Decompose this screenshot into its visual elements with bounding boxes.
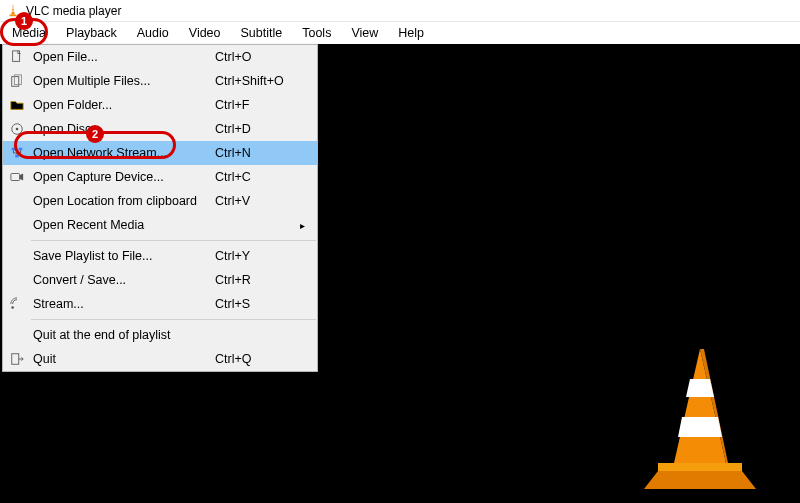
menu-item-label: Open Disc... xyxy=(31,122,215,136)
menu-item-label: Open Network Stream... xyxy=(31,146,215,160)
submenu-arrow-icon: ▸ xyxy=(295,220,309,231)
menu-item-save-playlist-to-file[interactable]: Save Playlist to File...Ctrl+Y xyxy=(3,244,317,268)
menu-item-open-network-stream[interactable]: Open Network Stream...Ctrl+N xyxy=(3,141,317,165)
svg-marker-5 xyxy=(644,471,756,489)
svg-marker-9 xyxy=(686,379,714,397)
menu-item-shortcut: Ctrl+R xyxy=(215,273,295,287)
svg-rect-2 xyxy=(12,7,14,8)
svg-point-15 xyxy=(16,128,19,131)
svg-rect-3 xyxy=(11,10,15,11)
menu-item-shortcut: Ctrl+F xyxy=(215,98,295,112)
network-icon xyxy=(3,146,31,160)
menu-item-open-recent-media[interactable]: Open Recent Media▸ xyxy=(3,213,317,237)
menu-item-open-location-from-clipboard[interactable]: Open Location from clipboardCtrl+V xyxy=(3,189,317,213)
menu-audio[interactable]: Audio xyxy=(127,24,179,42)
menu-item-open-capture-device[interactable]: Open Capture Device...Ctrl+C xyxy=(3,165,317,189)
file-icon xyxy=(3,50,31,64)
menu-item-stream[interactable]: Stream...Ctrl+S xyxy=(3,292,317,316)
menu-help[interactable]: Help xyxy=(388,24,434,42)
menu-item-label: Save Playlist to File... xyxy=(31,249,215,263)
svg-marker-20 xyxy=(20,174,24,181)
menu-tools-label: Tools xyxy=(302,26,331,40)
svg-rect-11 xyxy=(13,51,20,62)
title-bar: VLC media player xyxy=(0,0,800,22)
menu-media[interactable]: Media xyxy=(2,24,56,42)
svg-marker-10 xyxy=(678,417,722,437)
svg-marker-7 xyxy=(674,349,726,463)
quit-icon xyxy=(3,352,31,366)
menu-view[interactable]: View xyxy=(341,24,388,42)
menu-item-label: Open Multiple Files... xyxy=(31,74,215,88)
menu-view-label: View xyxy=(351,26,378,40)
menu-item-shortcut: Ctrl+Q xyxy=(215,352,295,366)
menu-bar: Media Playback Audio Video Subtitle Tool… xyxy=(0,22,800,44)
menu-item-label: Open File... xyxy=(31,50,215,64)
menu-item-shortcut: Ctrl+S xyxy=(215,297,295,311)
menu-item-shortcut: Ctrl+D xyxy=(215,122,295,136)
vlc-logo-icon xyxy=(630,343,770,493)
menu-item-label: Convert / Save... xyxy=(31,273,215,287)
menu-playback[interactable]: Playback xyxy=(56,24,127,42)
menu-item-open-disc[interactable]: Open Disc...Ctrl+D xyxy=(3,117,317,141)
menu-item-quit[interactable]: QuitCtrl+Q xyxy=(3,347,317,371)
svg-rect-17 xyxy=(19,148,23,151)
svg-rect-16 xyxy=(12,148,16,151)
menu-item-label: Open Folder... xyxy=(31,98,215,112)
disc-icon xyxy=(3,122,31,136)
menu-item-shortcut: Ctrl+C xyxy=(215,170,295,184)
capture-icon xyxy=(3,170,31,184)
menu-separator xyxy=(31,319,316,320)
app-window: VLC media player Media Playback Audio Vi… xyxy=(0,0,800,503)
menu-item-label: Open Location from clipboard xyxy=(31,194,215,208)
menu-item-open-file[interactable]: Open File...Ctrl+O xyxy=(3,45,317,69)
menu-subtitle-label: Subtitle xyxy=(241,26,283,40)
menu-item-shortcut: Ctrl+N xyxy=(215,146,295,160)
window-title: VLC media player xyxy=(26,4,121,18)
menu-item-quit-at-the-end-of-playlist[interactable]: Quit at the end of playlist xyxy=(3,323,317,347)
menu-audio-label: Audio xyxy=(137,26,169,40)
menu-item-shortcut: Ctrl+Shift+O xyxy=(215,74,295,88)
vlc-cone-icon xyxy=(6,4,20,18)
menu-item-label: Open Capture Device... xyxy=(31,170,215,184)
folder-icon xyxy=(3,98,31,112)
menu-item-shortcut: Ctrl+O xyxy=(215,50,295,64)
menu-item-shortcut: Ctrl+Y xyxy=(215,249,295,263)
svg-rect-19 xyxy=(11,174,20,181)
media-menu-dropdown: Open File...Ctrl+OOpen Multiple Files...… xyxy=(2,44,318,372)
menu-item-label: Quit at the end of playlist xyxy=(31,328,215,342)
menu-video[interactable]: Video xyxy=(179,24,231,42)
menu-tools[interactable]: Tools xyxy=(292,24,341,42)
svg-marker-6 xyxy=(658,463,742,471)
menu-item-label: Quit xyxy=(31,352,215,366)
svg-rect-18 xyxy=(15,155,19,158)
stream-icon xyxy=(3,297,31,311)
menu-separator xyxy=(31,240,316,241)
menu-item-label: Stream... xyxy=(31,297,215,311)
menu-help-label: Help xyxy=(398,26,424,40)
menu-item-shortcut: Ctrl+V xyxy=(215,194,295,208)
svg-rect-22 xyxy=(12,354,19,365)
menu-item-open-folder[interactable]: Open Folder...Ctrl+F xyxy=(3,93,317,117)
menu-video-label: Video xyxy=(189,26,221,40)
menu-item-label: Open Recent Media xyxy=(31,218,215,232)
svg-marker-0 xyxy=(11,4,15,15)
menu-subtitle[interactable]: Subtitle xyxy=(231,24,293,42)
files-icon xyxy=(3,74,31,88)
svg-rect-1 xyxy=(10,14,17,16)
menu-playback-label: Playback xyxy=(66,26,117,40)
svg-point-21 xyxy=(11,306,14,309)
menu-item-convert-save[interactable]: Convert / Save...Ctrl+R xyxy=(3,268,317,292)
menu-media-label: Media xyxy=(12,26,46,40)
menu-item-open-multiple-files[interactable]: Open Multiple Files...Ctrl+Shift+O xyxy=(3,69,317,93)
